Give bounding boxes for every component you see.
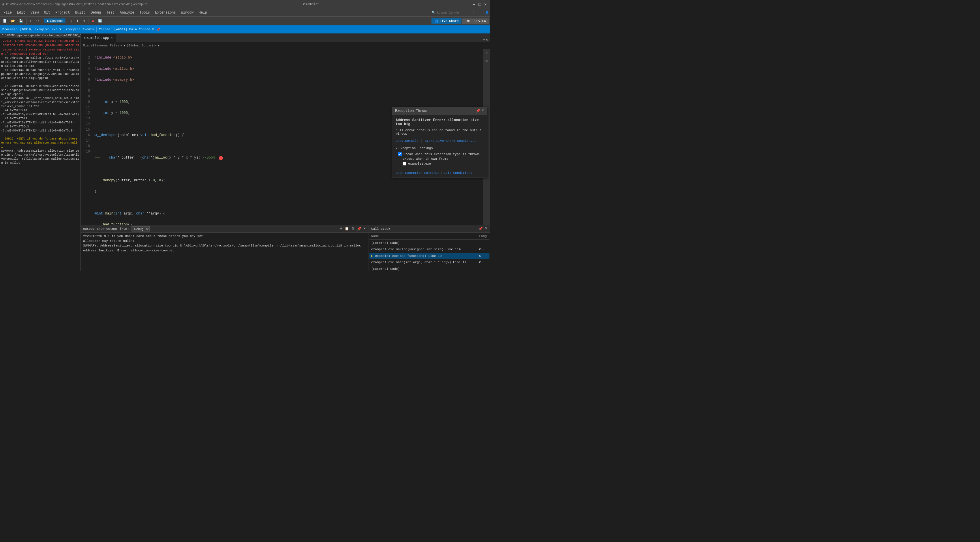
menu-view[interactable]: View — [28, 10, 41, 16]
call-stack-title: Call Stack — [371, 227, 390, 230]
terminal-line-3: #1 0xb211a3 in bad_function(void) C:\MSD… — [1, 68, 79, 80]
breadcrumb-scope-dropdown[interactable]: ▼ — [158, 44, 159, 47]
menu-project[interactable]: Project — [53, 10, 72, 16]
code-editor[interactable]: 1 2 3 4 5 6 7 8 9 10 11 12 13 14 15 16 1… — [81, 49, 490, 225]
exception-header: Exception Thrown 📌 × — [392, 107, 487, 115]
line-numbers: 1 2 3 4 5 6 7 8 9 10 11 12 13 14 15 16 1… — [81, 49, 92, 225]
bottom-panels: Output Show output from: Debug ⤶ 📋 🗑 📌 ×… — [81, 225, 490, 271]
copy-details-link[interactable]: Copy Details — [396, 139, 418, 143]
maximize-button[interactable]: □ — [479, 3, 482, 6]
output-pin-btn[interactable]: 📌 — [356, 226, 362, 232]
toolbar-btn-undo[interactable]: ↩ — [28, 19, 34, 23]
toolbar-btn-step-over[interactable]: ⤵ — [68, 19, 74, 23]
toolbar-btn-step-out[interactable]: ⬆ — [81, 19, 87, 23]
except-when-label: Except when thrown from: — [402, 157, 448, 161]
call-stack-row-3[interactable]: example1.exe!main(int argc, char * * arg… — [369, 259, 489, 265]
code-line-13: } — [95, 189, 481, 194]
call-stack-row-0[interactable]: [External Code] — [369, 240, 489, 246]
menu-help[interactable]: Help — [196, 10, 209, 16]
minimize-button[interactable]: ─ — [473, 3, 476, 6]
exception-panel: Exception Thrown 📌 × Address Sanitizer E… — [392, 106, 487, 178]
call-stack-table: Name Lang [External Code] example1.exe!m… — [369, 233, 490, 271]
menu-analyze[interactable]: Analyze — [118, 10, 137, 16]
toolbar-btn-open[interactable]: 📂 — [9, 19, 17, 23]
title-bar-left: ⚙ C:\MSDN\cpp-docs-pr\docs\c-language\AS… — [2, 2, 150, 6]
menu-window[interactable]: Window — [179, 10, 196, 16]
exception-links: Copy Details | Start Live Share session.… — [396, 139, 484, 143]
close-button[interactable]: × — [484, 3, 488, 6]
terminal-line-8: #6 0x7744755c3 (C:\WINDOWS\SYSTEM32\ntdl… — [1, 125, 79, 133]
sidebar-collapse-icon[interactable]: ≡ — [484, 50, 488, 57]
exception-settings-header: ▾ Exception Settings — [396, 146, 484, 150]
except-when-label-row: Except when thrown from: — [396, 157, 484, 161]
toolbar: 📄 📂 💾 ↩ ↪ ▶ Continue ⤵ ⬇ ⬆ ■ 🔄 👥 Live Sh… — [0, 17, 490, 25]
toolbar-btn-save[interactable]: 💾 — [17, 19, 25, 23]
call-stack-pin-btn[interactable]: 📌 — [478, 226, 484, 232]
output-copy-btn[interactable]: 📋 — [344, 226, 350, 232]
exception-header-icons[interactable]: 📌 × — [476, 109, 484, 113]
live-share-session-link[interactable]: Start Live Share session... — [425, 139, 476, 143]
live-share-label: Live Share — [439, 19, 458, 23]
toolbar-btn-stop[interactable]: ■ — [90, 19, 96, 23]
toolbar-btn-new[interactable]: 📄 — [1, 19, 9, 23]
process-label: Process: [20916] example1.exe — [2, 28, 57, 31]
menu-extensions[interactable]: Extensions — [153, 10, 178, 16]
call-stack-row-2[interactable]: ▶ example1.exe!bad_function() Line 10 C+… — [369, 253, 489, 259]
call-stack-row-4[interactable]: [External Code] — [369, 266, 489, 271]
breadcrumb-files[interactable]: Miscellaneous Files — [83, 44, 119, 47]
terminal-summary: SUMMARY: AddressSanitizer: allocation-si… — [1, 149, 79, 165]
breadcrumb-sep2: ▸ — [154, 43, 156, 47]
toolbar-btn-redo[interactable]: ↪ — [35, 19, 41, 23]
call-stack-name-3: example1.exe!main(int argc, char * * arg… — [369, 259, 477, 265]
code-line-2: #include <malloc.h> — [95, 66, 481, 72]
live-share-button[interactable]: 👥 Live Share — [431, 18, 461, 24]
menu-file[interactable]: File — [1, 10, 14, 16]
break-when-label: Break when this exception type is thrown — [404, 153, 480, 156]
debug-bar-pin[interactable]: 📌 — [156, 28, 162, 32]
call-stack-panel: Call Stack 📌 × Name Lang — [369, 225, 490, 271]
terminal-line-2: #0 0xb41d07 in malloc D:\A01_work\5\s\sr… — [1, 56, 79, 68]
call-stack-name-1: example1.exe!malloc(unsigned int size) L… — [369, 246, 477, 253]
edit-conditions-link[interactable]: Edit Conditions — [444, 171, 472, 175]
open-exception-settings-link[interactable]: Open Exception Settings — [396, 171, 439, 175]
menu-tools[interactable]: Tools — [137, 10, 152, 16]
sidebar-settings-icon[interactable]: ⚙ — [484, 58, 488, 64]
int-preview-button[interactable]: INT PREVIEW — [462, 19, 489, 24]
breadcrumb-dropdown[interactable]: ▼ — [123, 44, 126, 47]
exception-close-icon[interactable]: × — [482, 109, 484, 113]
menu-git[interactable]: Git — [41, 10, 52, 16]
thread-chevron: ▼ — [152, 28, 154, 31]
toolbar-btn-debug-start[interactable]: ▶ Continue — [44, 19, 65, 23]
exception-settings-label: Exception Settings — [399, 146, 433, 150]
code-line-16: bad_function(); — [95, 222, 481, 225]
settings-icon[interactable]: ⚙ — [486, 38, 488, 42]
tab-close-button[interactable]: × — [111, 37, 113, 40]
tab-bar: example1.cpp × ≡ ⚙ — [81, 33, 490, 42]
output-title: Output — [83, 227, 95, 230]
output-close-btn[interactable]: × — [363, 226, 366, 232]
menu-edit[interactable]: Edit — [15, 10, 28, 16]
lifecycle-info: Lifecycle Events — [64, 28, 94, 31]
toolbar-btn-step-in[interactable]: ⬇ — [75, 19, 81, 23]
break-when-checkbox[interactable] — [398, 152, 402, 156]
breadcrumb-scope[interactable]: (Global Scope) — [127, 44, 153, 47]
solution-explorer-toggle[interactable]: ≡ — [483, 38, 485, 42]
output-wrap-btn[interactable]: ⤶ — [339, 226, 343, 232]
search-bar[interactable]: 🔍 — [429, 10, 474, 15]
call-stack-row-1[interactable]: example1.exe!malloc(unsigned int size) L… — [369, 246, 489, 253]
exception-title: Exception Thrown — [395, 109, 428, 113]
tab-example1cpp[interactable]: example1.cpp × — [81, 34, 116, 42]
user-avatar-area: 👤 — [474, 11, 489, 14]
output-line-3: SUMMARY: AddressSanitizer: allocation-si… — [83, 243, 366, 248]
example-exe-checkbox[interactable] — [402, 162, 406, 165]
menu-build[interactable]: Build — [73, 10, 88, 16]
menu-debug[interactable]: Debug — [88, 10, 103, 16]
call-stack-close-btn[interactable]: × — [485, 226, 488, 232]
title-bar-right[interactable]: ─ □ × — [473, 3, 488, 6]
menu-test[interactable]: Test — [104, 10, 117, 16]
output-source-dropdown[interactable]: Debug — [132, 226, 150, 232]
toolbar-btn-restart[interactable]: 🔄 — [96, 19, 104, 23]
search-input[interactable] — [437, 11, 471, 14]
output-clear-btn[interactable]: 🗑 — [351, 226, 355, 232]
exception-pin-icon[interactable]: 📌 — [476, 109, 480, 113]
